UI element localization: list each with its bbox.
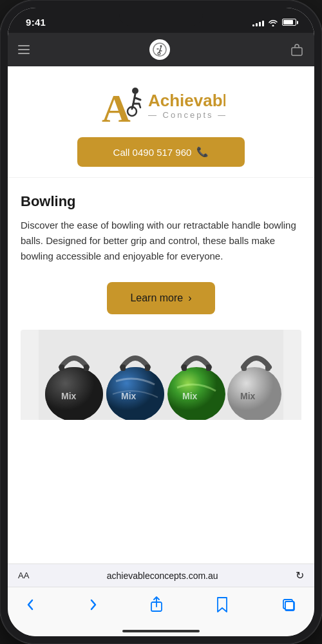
share-button[interactable] <box>144 594 169 616</box>
phone-screen: 9:41 <box>8 8 314 636</box>
notch <box>119 8 203 26</box>
brand-logo-area: A <box>97 82 225 127</box>
tabs-button[interactable] <box>276 594 301 615</box>
svg-text:— Concepts —: — Concepts — <box>148 110 225 120</box>
svg-rect-13 <box>59 365 64 371</box>
logo-symbol <box>153 43 167 57</box>
bag-icon[interactable] <box>290 43 304 57</box>
phone-frame: 9:41 <box>0 0 322 644</box>
refresh-icon[interactable]: ↻ <box>296 569 304 582</box>
hamburger-icon[interactable] <box>18 45 30 54</box>
learn-more-label: Learn more <box>130 292 183 304</box>
web-content[interactable]: A <box>8 66 314 564</box>
svg-rect-27 <box>265 365 270 371</box>
svg-text:Mix: Mix <box>240 391 256 401</box>
svg-text:Mix: Mix <box>61 391 77 401</box>
svg-point-2 <box>158 52 160 55</box>
bowling-balls-image: Mix <box>21 330 301 420</box>
svg-point-5 <box>132 88 138 94</box>
svg-rect-18 <box>120 365 126 371</box>
address-bar: AA achievableconcepts.com.au ↻ <box>8 564 314 587</box>
status-icons <box>252 19 296 26</box>
svg-rect-31 <box>285 601 294 610</box>
main-content: Bowling Discover the ease of bowling wit… <box>8 178 314 564</box>
signal-icon <box>252 19 264 26</box>
svg-text:Achievable: Achievable <box>148 91 225 110</box>
learn-more-chevron-icon: › <box>188 292 191 304</box>
bottom-nav <box>8 587 314 627</box>
call-button-label: Call 0490 517 960 <box>113 147 192 158</box>
brand-header: A <box>8 66 314 178</box>
bowling-balls-svg: Mix <box>21 330 301 420</box>
learn-more-button[interactable]: Learn more › <box>107 282 214 314</box>
url-field[interactable]: achievableconcepts.com.au <box>37 571 288 581</box>
section-description: Discover the ease of bowling with our re… <box>21 218 301 264</box>
svg-rect-22 <box>182 365 187 371</box>
status-bar: 9:41 <box>8 8 314 33</box>
section-title: Bowling <box>21 193 301 210</box>
aa-button[interactable]: AA <box>18 571 29 580</box>
svg-rect-23 <box>206 365 211 371</box>
phone-icon: 📞 <box>196 146 209 158</box>
home-indicator <box>8 627 314 636</box>
svg-point-1 <box>160 45 162 47</box>
svg-text:A: A <box>102 86 131 127</box>
bookmarks-button[interactable] <box>210 594 234 616</box>
svg-rect-14 <box>84 365 89 371</box>
svg-text:Mix: Mix <box>182 391 198 401</box>
brand-logo-svg: A <box>97 82 225 127</box>
browser-logo <box>149 39 170 60</box>
svg-text:Mix: Mix <box>121 391 137 401</box>
svg-rect-3 <box>292 48 302 55</box>
call-button[interactable]: Call 0490 517 960 📞 <box>77 137 245 167</box>
battery-icon <box>282 19 296 26</box>
svg-rect-26 <box>242 365 247 371</box>
svg-rect-19 <box>145 365 150 371</box>
back-button[interactable] <box>21 595 41 614</box>
status-time: 9:41 <box>26 17 46 28</box>
forward-button[interactable] <box>82 595 103 614</box>
browser-toolbar <box>8 33 314 66</box>
wifi-icon <box>268 19 278 26</box>
